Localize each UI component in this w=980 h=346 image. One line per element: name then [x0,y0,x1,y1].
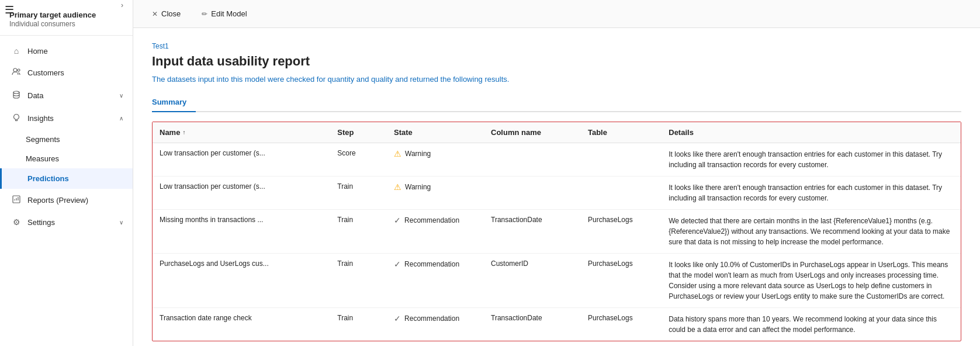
cell-state: ✓Recommendation [387,308,484,341]
th-table: Table [581,122,662,143]
sidebar-item-label: Data [27,91,113,100]
sort-icon: ↑ [182,129,185,136]
th-state: State [387,122,484,143]
sidebar-item-label: Segments [26,135,60,144]
cell-state: ✓Recommendation [387,210,484,254]
cell-column-name [484,177,581,210]
chevron-down-icon: ∨ [119,92,123,99]
th-column-name: Column name [484,122,581,143]
cell-step: Train [330,177,387,210]
sidebar-item-customers[interactable]: Customers [0,61,133,84]
sidebar-item-label: Customers [27,68,123,77]
sidebar-expand-icon[interactable]: › [121,1,123,9]
sidebar-nav: ⌂ Home Customers Data ∨ Insights ∧ [0,36,133,346]
close-button[interactable]: ✕ Close [147,7,185,20]
sidebar-item-reports[interactable]: Reports (Preview) [0,189,133,212]
cell-details: It looks like only 10.0% of CustomerIDs … [662,254,961,308]
sidebar-item-label: Predictions [27,174,123,183]
cell-step: Train [330,254,387,308]
settings-icon: ⚙ [11,217,22,227]
breadcrumb: Test1 [152,42,961,50]
cell-state: ⚠Warning [387,143,484,177]
table-body: Low transaction per customer (s... Score… [153,143,961,341]
table-row: PurchaseLogs and UserLogs cus... Train ✓… [153,254,961,308]
table-header-row: Name ↑ Step State Column name [153,122,961,143]
customers-icon [11,67,22,78]
page-description: The datasets input into this model were … [152,75,961,84]
recommendation-icon: ✓ [394,314,401,323]
cell-table: PurchaseLogs [581,308,662,341]
sidebar-item-insights[interactable]: Insights ∧ [0,107,133,130]
insights-icon [11,113,22,124]
state-label: Warning [405,150,431,158]
chevron-up-icon: ∧ [119,115,123,122]
state-label: Recommendation [404,260,459,268]
sidebar-item-settings[interactable]: ⚙ Settings ∨ [0,212,133,233]
cell-table [581,177,662,210]
svg-point-3 [14,115,19,120]
edit-label: Edit Model [211,9,247,18]
sidebar-item-label: Home [27,47,123,56]
cell-step: Score [330,143,387,177]
cell-details: It looks like there aren't enough transa… [662,143,961,177]
sidebar: Primary target audience › Individual con… [0,0,133,346]
cell-column-name [484,143,581,177]
svg-point-2 [13,91,19,94]
state-label: Recommendation [404,216,459,224]
data-icon [11,90,22,101]
sidebar-item-predictions[interactable]: Predictions [0,168,133,189]
cell-column-name: CustomerID [484,254,581,308]
cell-table [581,143,662,177]
sidebar-header: Primary target audience › Individual con… [0,0,133,36]
reports-icon [11,195,22,206]
cell-column-name: TransactionDate [484,210,581,254]
th-name[interactable]: Name ↑ [153,122,330,143]
data-table-wrapper: Name ↑ Step State Column name [152,122,961,341]
th-step: Step [330,122,387,143]
table-row: Missing months in transactions ... Train… [153,210,961,254]
warning-icon: ⚠ [394,149,401,158]
home-icon: ⌂ [11,46,22,56]
close-icon: ✕ [152,10,158,18]
cell-name: PurchaseLogs and UserLogs cus... [153,254,330,308]
sidebar-subtitle: Individual consumers [9,20,75,28]
sidebar-item-label: Measures [26,154,59,163]
cell-table: PurchaseLogs [581,254,662,308]
data-table: Name ↑ Step State Column name [153,122,961,341]
cell-column-name: TransactionDate [484,308,581,341]
sidebar-item-data[interactable]: Data ∨ [0,84,133,107]
sidebar-item-measures[interactable]: Measures [0,149,133,168]
cell-name: Low transaction per customer (s... [153,143,330,177]
svg-point-0 [13,68,17,72]
cell-details: It looks like there aren't enough transa… [662,177,961,210]
tabs-bar: Summary [152,93,961,112]
edit-icon: ✏ [202,10,207,18]
sidebar-item-segments[interactable]: Segments [0,130,133,149]
menu-icon[interactable]: ☰ [5,4,14,16]
cell-name: Missing months in transactions ... [153,210,330,254]
chevron-down-icon: ∨ [119,219,123,226]
sidebar-title: Primary target audience [9,11,96,19]
page-title: Input data usability report [152,54,961,69]
close-label: Close [161,9,181,18]
svg-point-1 [18,69,20,71]
edit-model-button[interactable]: ✏ Edit Model [197,7,251,20]
cell-name: Low transaction per customer (s... [153,177,330,210]
recommendation-icon: ✓ [394,260,401,269]
table-row: Low transaction per customer (s... Train… [153,177,961,210]
topbar: ✕ Close ✏ Edit Model [133,0,980,28]
cell-name: Transaction date range check [153,308,330,341]
main-content: ✕ Close ✏ Edit Model Test1 Input data us… [133,0,980,346]
table-row: Low transaction per customer (s... Score… [153,143,961,177]
tab-summary[interactable]: Summary [152,93,196,112]
sidebar-item-label: Settings [27,218,113,227]
recommendation-icon: ✓ [394,216,401,225]
cell-state: ✓Recommendation [387,254,484,308]
warning-icon: ⚠ [394,182,401,192]
cell-state: ⚠Warning [387,177,484,210]
sidebar-item-home[interactable]: ⌂ Home [0,40,133,61]
sidebar-item-label: Insights [27,114,113,123]
sidebar-item-label: Reports (Preview) [27,196,123,205]
state-label: Recommendation [404,314,459,323]
cell-step: Train [330,210,387,254]
